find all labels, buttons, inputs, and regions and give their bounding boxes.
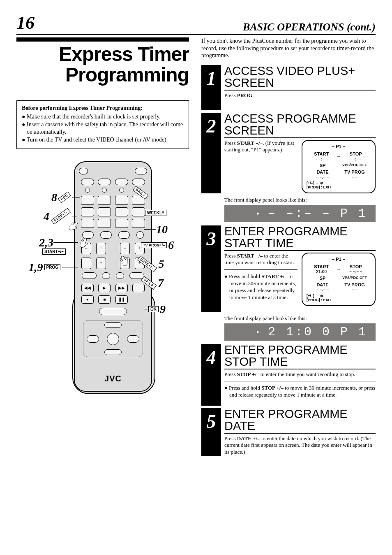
callout-23: 2,3 bbox=[16, 236, 78, 249]
step-text: Press STOP +/– to enter the time you wan… bbox=[224, 371, 376, 378]
page-header: 16 BASIC OPERATIONS (cont.) bbox=[16, 12, 376, 35]
step-title: ENTER PROGRAMME STOP TIME bbox=[224, 344, 376, 369]
prep-item: Turn on the TV and select the VIDEO chan… bbox=[22, 136, 184, 144]
callout-6: TV PROG+/– 6 bbox=[140, 239, 177, 252]
page-number: 16 bbox=[16, 12, 35, 33]
step-number: 2 bbox=[201, 113, 221, 193]
prep-lead: Before performing Express Timer Programm… bbox=[22, 105, 184, 111]
callout-weekly: WEEKLY bbox=[144, 210, 177, 216]
osd-screen: – P1 – START21:00 → STOP– –:– – SP VPS/P… bbox=[302, 253, 376, 306]
prep-box: Before performing Express Timer Programm… bbox=[16, 100, 189, 149]
step-number: 1 bbox=[201, 65, 221, 110]
brand-logo: JVC bbox=[75, 374, 151, 383]
osd-screen: – P1 – START– –:– – → STOP– –:– – SP VPS… bbox=[302, 140, 376, 193]
rule bbox=[16, 37, 189, 42]
step-title: ENTER PROGRAMME DATE bbox=[224, 408, 376, 434]
callout-5: DATE+/– 5 bbox=[136, 258, 168, 271]
step-title: ACCESS PROGRAMME SCREEN bbox=[224, 113, 376, 138]
step-text: Press DATE +/– to enter the date on whic… bbox=[224, 435, 376, 456]
callout-8: 8 PDC bbox=[16, 191, 80, 204]
step-4: 4 ENTER PROGRAMME STOP TIME Press STOP +… bbox=[201, 344, 376, 406]
step-title: ACCESS VIDEO PLUS+ SCREEN bbox=[224, 65, 376, 91]
panel-note: The front display panel looks like this: bbox=[224, 197, 376, 203]
callout-7: SP/LP 7 bbox=[140, 276, 173, 290]
callout-23-label: START+/– bbox=[42, 248, 66, 255]
callout-19: 1,9 PROG bbox=[16, 261, 78, 274]
step-number: 5 bbox=[201, 408, 221, 456]
prep-item: Insert a cassette with the safety tab in… bbox=[22, 121, 184, 135]
vfd-display: ▸ – –:– – P 1 bbox=[224, 205, 376, 222]
callout-9: OK 9 bbox=[144, 303, 177, 316]
prep-item: Make sure that the recorder's built-in c… bbox=[22, 113, 184, 121]
step-bullet: Press and hold START +/– to move in 30-m… bbox=[224, 273, 297, 301]
remote-diagram: −+−+ −+−+ ◀◀▶▶▶ ●■❚❚ JVC 8 PDC bbox=[16, 157, 173, 400]
step-2: 2 ACCESS PROGRAMME SCREEN Press START +/… bbox=[201, 113, 376, 193]
step-bullet: Press and hold STOP +/– to move in 30-mi… bbox=[224, 385, 376, 399]
section-title: BASIC OPERATIONS (cont.) bbox=[243, 21, 376, 33]
callout-10: 10 bbox=[144, 223, 173, 236]
step-text: Press START +/–. (If you're just startin… bbox=[224, 140, 297, 154]
rec-icon: ▸ bbox=[257, 211, 260, 216]
vfd-display: ▸ 2 1:0 0 P 1 bbox=[224, 323, 376, 341]
step-5: 5 ENTER PROGRAMME DATE Press DATE +/– to… bbox=[201, 408, 376, 456]
step-text: Press PROG. bbox=[224, 92, 376, 99]
callout-4: 4 STOP+/– bbox=[16, 210, 77, 223]
step-number: 3 bbox=[201, 225, 221, 312]
main-title: Express Timer Programming bbox=[16, 44, 189, 86]
rec-icon: ▸ bbox=[257, 329, 260, 334]
step-3: 3 ENTER PROGRAMME START TIME Press START… bbox=[201, 225, 376, 312]
intro-text: If you don't know the PlusCode number fo… bbox=[201, 37, 376, 59]
callout-daily: DAILY bbox=[131, 190, 156, 195]
step-1: 1 ACCESS VIDEO PLUS+ SCREEN Press PROG. bbox=[201, 65, 376, 110]
step-text: Press START +/– to enter the time you wa… bbox=[224, 253, 297, 267]
step-number: 4 bbox=[201, 344, 221, 406]
step-title: ENTER PROGRAMME START TIME bbox=[224, 225, 376, 251]
panel-note: The front display panel looks like this: bbox=[224, 315, 376, 322]
